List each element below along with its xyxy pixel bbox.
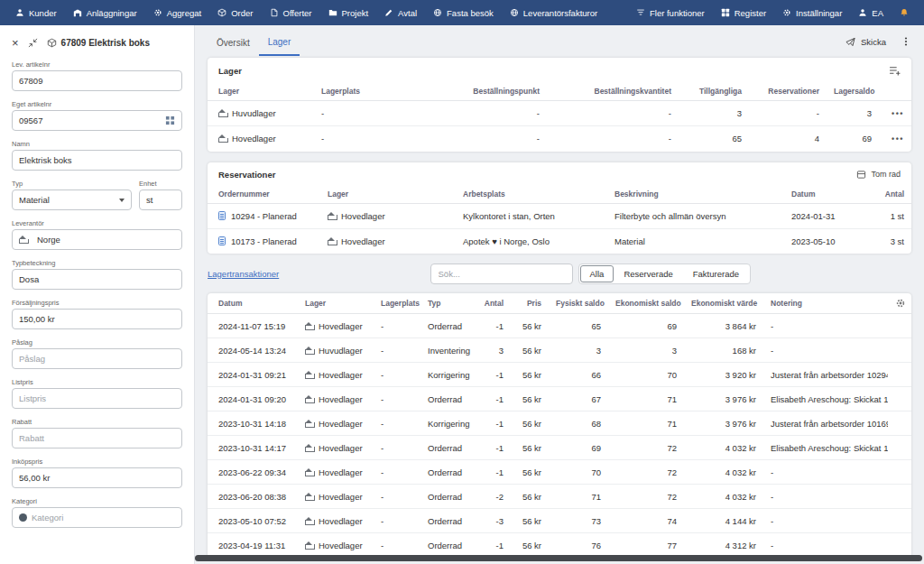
globe-icon: [433, 8, 442, 17]
transaction-row[interactable]: 2024-11-07 15:19 Hovedlager - Orderrad -…: [208, 314, 911, 338]
nav-anlaggningar[interactable]: Anläggningar: [65, 0, 145, 25]
row-menu-icon[interactable]: •••: [892, 134, 904, 143]
nav-label: Offerter: [283, 8, 312, 18]
transaction-row[interactable]: 2023-06-22 09:34 Hovedlager - Orderrad -…: [208, 460, 911, 485]
warehouse-icon: [305, 395, 314, 403]
transactions-table: Datum Lager Lagerplats Typ Antal Pris Fy…: [208, 293, 911, 558]
nav-order[interactable]: Order: [209, 0, 261, 25]
column-settings-gear-icon[interactable]: [895, 298, 906, 309]
table-row[interactable]: Huvudlager - - - 3 - 3 •••: [208, 101, 911, 126]
article-detail-panel: × 67809 Elektrisk boks Lev. artikelnr Eg…: [0, 25, 195, 564]
warehouse-icon: [19, 236, 28, 244]
nav-installningar[interactable]: Inställningar: [774, 0, 850, 25]
lev-artikelnr-input[interactable]: [12, 70, 182, 91]
nav-register[interactable]: Register: [713, 0, 774, 25]
namn-input[interactable]: [12, 150, 182, 171]
panel-title: 67809 Elektrisk boks: [47, 38, 150, 48]
field-inkopspris: Inköpspris: [12, 458, 182, 488]
typ-select[interactable]: Material: [12, 190, 132, 210]
nav-label: Aggregat: [167, 8, 202, 18]
transactions-card: Datum Lager Lagerplats Typ Antal Pris Fy…: [208, 293, 911, 558]
add-row-icon[interactable]: [889, 65, 901, 77]
transaction-row[interactable]: 2024-01-31 09:20 Hovedlager - Orderrad -…: [208, 387, 911, 411]
field-lev-artikelnr: Lev. artikelnr: [12, 60, 182, 91]
transaction-row[interactable]: 2023-10-31 14:17 Hovedlager - Orderrad -…: [208, 436, 911, 460]
gear-icon: [782, 8, 791, 17]
transaction-row[interactable]: 2024-01-31 09:21 Hovedlager - Korrigerin…: [208, 363, 911, 387]
lagertransaktioner-link[interactable]: Lagertransaktioner: [208, 269, 279, 279]
empty-row-icon: [856, 170, 866, 180]
nav-leverantorsfakturor[interactable]: Leverantörsfakturor: [502, 0, 605, 25]
send-button[interactable]: Skicka: [845, 37, 886, 47]
field-label: Namn: [12, 140, 182, 148]
field-label: Rabatt: [12, 418, 182, 426]
tab-bar-actions: Skicka: [845, 36, 911, 47]
forsaljningspris-input[interactable]: [12, 309, 182, 329]
field-kategori: Kategori Kategori: [12, 497, 182, 528]
warehouse-icon: [218, 109, 227, 117]
lager-card: Lager Lager Lagerplats Beställningspunkt…: [208, 58, 911, 152]
kebab-menu-icon[interactable]: [901, 36, 911, 47]
box-icon: [217, 8, 226, 17]
table-row[interactable]: Hovedlager - - - 65 4 69 •••: [208, 126, 911, 152]
top-navigation: Kunder Anläggningar Aggregat Order Offer…: [0, 0, 924, 25]
globe-icon: [510, 8, 519, 17]
field-label: Enhet: [139, 180, 182, 188]
nav-projekt[interactable]: Projekt: [320, 0, 377, 25]
nav-avtal[interactable]: Avtal: [376, 0, 425, 25]
nav-user[interactable]: EA: [850, 0, 892, 25]
nav-label: Leverantörsfakturor: [523, 8, 597, 18]
nav-fasta-besok[interactable]: Fasta besök: [425, 0, 502, 25]
field-paslag: Påslag: [12, 338, 182, 369]
kategori-input[interactable]: Kategori: [12, 507, 182, 528]
transactions-toolbar: Lagertransaktioner Alla Reserverade Fakt…: [208, 263, 911, 284]
transaction-row[interactable]: 2023-05-10 07:52 Hovedlager - Orderrad -…: [208, 509, 911, 533]
nav-fler-funktioner[interactable]: Fler funktioner: [628, 0, 713, 25]
transaction-row[interactable]: 2023-04-19 11:31 Hovedlager - Orderrad -…: [208, 533, 911, 558]
panel-header: × 67809 Elektrisk boks: [12, 33, 182, 51]
transaction-row[interactable]: 2024-05-14 13:24 Huvudlager - Inventerin…: [208, 338, 911, 363]
nav-offerter[interactable]: Offerter: [262, 0, 320, 25]
reservationer-table: Ordernummer Lager Arbetsplats Beskrivnin…: [208, 185, 911, 254]
transaction-row[interactable]: 2023-10-31 14:18 Hovedlager - Korrigerin…: [208, 411, 911, 436]
inkopspris-input[interactable]: [12, 467, 182, 488]
collapse-icon[interactable]: [28, 38, 38, 48]
grid-icon: [721, 8, 730, 17]
nav-notifications[interactable]: [892, 0, 917, 25]
filter-reserverade[interactable]: Reserverade: [614, 265, 682, 282]
field-label: Lev. artikelnr: [12, 60, 182, 69]
listpris-input[interactable]: [12, 388, 182, 409]
tab-lager[interactable]: Lager: [259, 27, 300, 56]
transaction-row[interactable]: 2023-06-20 08:38 Hovedlager - Orderrad -…: [208, 485, 911, 509]
tom-rad-button[interactable]: Tom rad: [856, 170, 901, 180]
enhet-input[interactable]: [139, 190, 182, 210]
table-row[interactable]: 10294 - Planerad Hovedlager Kylkontoret …: [208, 203, 911, 228]
tab-oversikt[interactable]: Översikt: [208, 28, 259, 55]
warehouse-icon: [305, 420, 314, 428]
row-menu-icon[interactable]: •••: [892, 109, 904, 118]
main-content: Översikt Lager Skicka Lager Lager Lagerp: [195, 25, 924, 564]
filter-fakturerade[interactable]: Fakturerade: [683, 265, 749, 282]
nav-label: Fler funktioner: [650, 8, 705, 18]
field-typbeteckning: Typbeteckning: [12, 259, 182, 290]
nav-label: Kunder: [29, 8, 57, 18]
typbeteckning-input[interactable]: [12, 269, 182, 290]
nav-kunder[interactable]: Kunder: [7, 0, 65, 25]
field-listpris: Listpris: [12, 378, 182, 409]
rabatt-input[interactable]: [12, 428, 182, 448]
nav-aggregat[interactable]: Aggregat: [145, 0, 210, 25]
close-icon[interactable]: ×: [12, 37, 19, 49]
table-row[interactable]: 10173 - Planerad Hovedlager Apotek ♥ i N…: [208, 228, 911, 254]
field-label: Kategori: [12, 497, 182, 505]
eget-artikelnr-input[interactable]: 09567: [12, 110, 182, 131]
paslag-input[interactable]: [12, 348, 182, 369]
field-rabatt: Rabatt: [12, 418, 182, 448]
nav-label: Register: [735, 8, 766, 18]
horizontal-scrollbar[interactable]: [195, 555, 922, 561]
nav-label: Order: [231, 8, 253, 18]
field-label: Typbeteckning: [12, 259, 182, 267]
scan-icon[interactable]: [165, 116, 175, 125]
leverantor-input[interactable]: Norge: [12, 229, 182, 250]
search-input[interactable]: [430, 264, 573, 284]
filter-alla[interactable]: Alla: [580, 265, 614, 282]
